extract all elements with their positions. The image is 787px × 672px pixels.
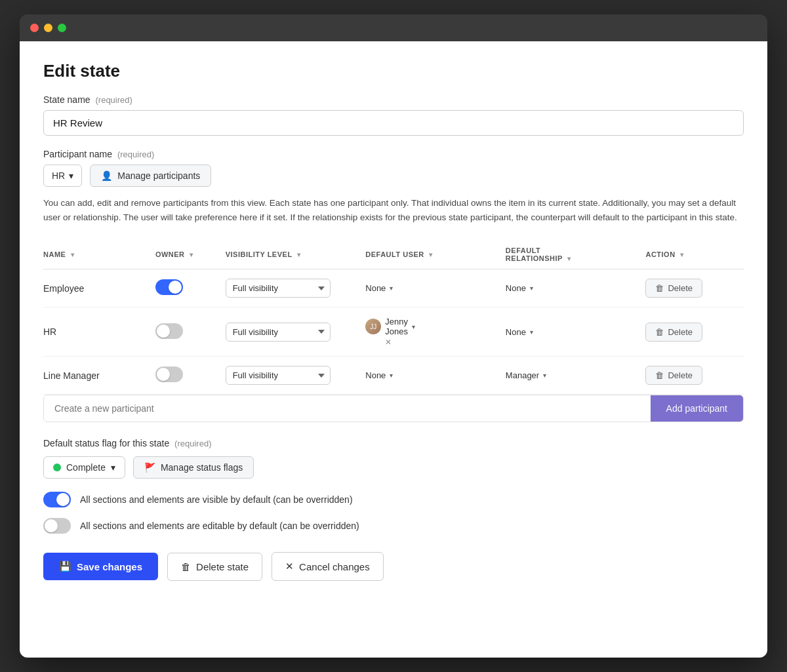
- trash-icon: 🗑: [181, 561, 191, 572]
- sort-icon-action: ▾: [680, 251, 684, 258]
- row-action-employee[interactable]: 🗑 Delete: [645, 269, 744, 307]
- flag-icon: 🚩: [144, 462, 155, 473]
- row-default-user-hr[interactable]: JJ JennyJones ▾ ✕: [365, 307, 506, 357]
- chevron-down-icon: ▾: [69, 170, 73, 181]
- trash-icon: 🗑: [655, 283, 664, 293]
- col-header-default-relationship: DEFAULTRELATIONSHIP ▾: [506, 240, 646, 269]
- row-name-employee: Employee: [43, 269, 155, 307]
- state-name-label: State name (required): [43, 94, 744, 105]
- main-content: Edit state State name (required) Partici…: [20, 41, 767, 658]
- col-header-name: NAME ▾: [43, 240, 155, 269]
- page-title: Edit state: [43, 61, 744, 81]
- trash-icon: 🗑: [655, 370, 664, 380]
- default-user-value-hr: JennyJones: [385, 317, 408, 336]
- participants-icon: 👤: [101, 170, 112, 181]
- row-owner-linemanager[interactable]: [155, 357, 226, 395]
- minimize-button[interactable]: [44, 24, 52, 32]
- row-default-rel-employee[interactable]: None ▾: [506, 269, 646, 307]
- delete-state-button[interactable]: 🗑 Delete state: [167, 553, 262, 581]
- footer-buttons: 💾 Save changes 🗑 Delete state ✕ Cancel c…: [43, 552, 744, 581]
- col-header-visibility: VISIBILITY LEVEL ▾: [226, 240, 366, 269]
- row-owner-hr[interactable]: [155, 307, 226, 357]
- trash-icon: 🗑: [655, 327, 664, 337]
- close-icon: ✕: [285, 561, 294, 572]
- editable-toggle[interactable]: [43, 518, 71, 534]
- titlebar: [20, 14, 767, 41]
- status-flag-value: Complete: [66, 462, 106, 473]
- chevron-down-icon: ▾: [390, 372, 393, 379]
- visibility-select-employee[interactable]: Full visibility Limited visibility No vi…: [226, 279, 331, 298]
- visibility-toggle-row: All sections and elements are visible by…: [43, 492, 744, 507]
- manage-participants-button[interactable]: 👤 Manage participants: [90, 165, 211, 187]
- visibility-select-hr[interactable]: Full visibility Limited visibility No vi…: [226, 323, 331, 342]
- default-user-value-employee: None: [365, 283, 386, 293]
- cancel-button[interactable]: ✕ Cancel changes: [272, 552, 384, 581]
- visibility-toggle[interactable]: [43, 492, 71, 507]
- delete-button-linemanager[interactable]: 🗑 Delete: [645, 366, 702, 385]
- delete-button-hr[interactable]: 🗑 Delete: [645, 323, 702, 342]
- remove-user-hr[interactable]: ✕: [385, 338, 392, 347]
- col-header-default-user: DEFAULT USER ▾: [365, 240, 506, 269]
- col-header-action: ACTION ▾: [645, 240, 744, 269]
- save-icon: 💾: [59, 561, 71, 572]
- sort-icon-default-rel: ▾: [567, 255, 571, 262]
- close-button[interactable]: [30, 24, 39, 32]
- add-participant-button[interactable]: Add participant: [651, 395, 743, 422]
- default-user-value-linemanager: None: [365, 370, 386, 380]
- chevron-down-icon: ▾: [543, 372, 546, 379]
- status-flag-label: Default status flag for this state (requ…: [43, 438, 744, 448]
- app-window: Edit state State name (required) Partici…: [20, 14, 767, 658]
- chevron-down-icon: ▾: [111, 462, 115, 473]
- info-text: You can add, edit and remove participant…: [43, 196, 744, 224]
- chevron-down-icon: ▾: [390, 285, 393, 292]
- row-visibility-linemanager[interactable]: Full visibility Limited visibility No vi…: [226, 357, 366, 395]
- table-row: Line Manager Full visibility Limited vis…: [43, 357, 744, 395]
- owner-toggle-linemanager[interactable]: [155, 366, 183, 382]
- row-name-hr: HR: [43, 307, 155, 357]
- sort-icon-default-user: ▾: [429, 251, 433, 258]
- participant-dropdown-value: HR: [52, 170, 65, 181]
- add-participant-input[interactable]: [44, 395, 651, 422]
- state-name-input[interactable]: [43, 110, 744, 136]
- participant-controls: HR ▾ 👤 Manage participants: [43, 165, 744, 187]
- participant-dropdown[interactable]: HR ▾: [43, 165, 82, 187]
- avatar: JJ: [365, 319, 381, 334]
- delete-button-employee[interactable]: 🗑 Delete: [645, 279, 702, 298]
- chevron-down-icon: ▾: [412, 323, 415, 330]
- row-default-user-linemanager[interactable]: None ▾: [365, 357, 506, 395]
- visibility-toggle-label: All sections and elements are visible by…: [80, 494, 353, 505]
- participant-name-label: Participant name (required): [43, 149, 744, 159]
- save-button[interactable]: 💾 Save changes: [43, 553, 158, 580]
- row-visibility-hr[interactable]: Full visibility Limited visibility No vi…: [226, 307, 366, 357]
- sort-icon-vis: ▾: [297, 251, 301, 258]
- maximize-button[interactable]: [58, 24, 66, 32]
- chevron-down-icon: ▾: [530, 285, 533, 292]
- default-rel-value-hr: None: [506, 327, 526, 337]
- default-rel-value-linemanager: Manager: [506, 370, 539, 380]
- row-action-linemanager[interactable]: 🗑 Delete: [645, 357, 744, 395]
- add-participant-row: Add participant: [43, 395, 744, 422]
- sort-icon-owner: ▾: [190, 251, 193, 258]
- table-row: Employee Full visibility Limited visibil…: [43, 269, 744, 307]
- status-dot: [53, 464, 61, 471]
- default-rel-value-employee: None: [506, 283, 526, 293]
- col-header-owner: OWNER ▾: [155, 240, 226, 269]
- chevron-down-icon: ▾: [530, 328, 533, 336]
- participants-table: NAME ▾ OWNER ▾ VISIBILITY LEVEL ▾ DEFAUL…: [43, 240, 744, 395]
- row-visibility-employee[interactable]: Full visibility Limited visibility No vi…: [226, 269, 366, 307]
- row-owner-employee[interactable]: [155, 269, 226, 307]
- row-default-rel-linemanager[interactable]: Manager ▾: [506, 357, 646, 395]
- visibility-select-linemanager[interactable]: Full visibility Limited visibility No vi…: [226, 366, 331, 385]
- row-default-rel-hr[interactable]: None ▾: [506, 307, 646, 357]
- row-default-user-employee[interactable]: None ▾: [365, 269, 506, 307]
- editable-toggle-label: All sections and elements are editable b…: [80, 521, 359, 531]
- sort-icon-name: ▾: [71, 251, 75, 258]
- owner-toggle-hr[interactable]: [155, 323, 183, 339]
- row-name-linemanager: Line Manager: [43, 357, 155, 395]
- row-action-hr[interactable]: 🗑 Delete: [645, 307, 744, 357]
- editable-toggle-row: All sections and elements are editable b…: [43, 518, 744, 534]
- status-flag-dropdown[interactable]: Complete ▾: [43, 456, 125, 479]
- owner-toggle-employee[interactable]: [155, 279, 183, 295]
- status-flag-row: Complete ▾ 🚩 Manage status flags: [43, 456, 744, 479]
- manage-status-flags-button[interactable]: 🚩 Manage status flags: [133, 456, 254, 479]
